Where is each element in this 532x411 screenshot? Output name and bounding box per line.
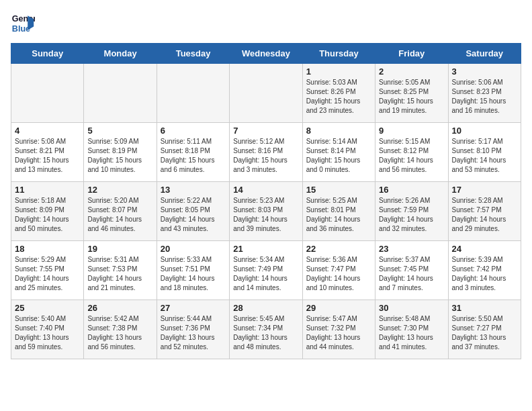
calendar-cell: 28Sunrise: 5:45 AM Sunset: 7:34 PM Dayli… [230,300,302,359]
week-row-1: 1Sunrise: 5:03 AM Sunset: 8:26 PM Daylig… [11,64,521,123]
calendar-cell: 13Sunrise: 5:22 AM Sunset: 8:05 PM Dayli… [157,182,229,241]
cell-content: Sunrise: 5:25 AM Sunset: 8:01 PM Dayligh… [306,196,371,234]
day-number: 12 [87,185,152,195]
cell-content: Sunrise: 5:18 AM Sunset: 8:09 PM Dayligh… [15,196,80,234]
day-number: 9 [379,126,444,136]
day-number: 24 [452,244,517,254]
cell-content: Sunrise: 5:20 AM Sunset: 8:07 PM Dayligh… [87,196,152,234]
calendar-cell: 1Sunrise: 5:03 AM Sunset: 8:26 PM Daylig… [302,64,375,123]
cell-content: Sunrise: 5:37 AM Sunset: 7:45 PM Dayligh… [379,255,444,293]
calendar-cell: 25Sunrise: 5:40 AM Sunset: 7:40 PM Dayli… [11,300,84,359]
cell-content: Sunrise: 5:15 AM Sunset: 8:12 PM Dayligh… [379,137,444,175]
day-number: 14 [233,185,298,195]
calendar-cell: 4Sunrise: 5:08 AM Sunset: 8:21 PM Daylig… [11,123,84,182]
day-number: 21 [233,244,298,254]
header-row: SundayMondayTuesdayWednesdayThursdayFrid… [11,44,521,64]
week-row-3: 11Sunrise: 5:18 AM Sunset: 8:09 PM Dayli… [11,182,521,241]
day-number: 3 [452,66,517,77]
day-number: 11 [15,185,80,195]
calendar-cell: 3Sunrise: 5:06 AM Sunset: 8:23 PM Daylig… [448,64,521,123]
cell-content: Sunrise: 5:17 AM Sunset: 8:10 PM Dayligh… [452,137,517,175]
cell-content: Sunrise: 5:08 AM Sunset: 8:21 PM Dayligh… [15,137,80,175]
calendar-cell: 24Sunrise: 5:39 AM Sunset: 7:42 PM Dayli… [448,241,521,300]
calendar-cell: 27Sunrise: 5:44 AM Sunset: 7:36 PM Dayli… [157,300,229,359]
calendar-cell: 20Sunrise: 5:33 AM Sunset: 7:51 PM Dayli… [157,241,229,300]
day-number: 18 [15,244,80,254]
cell-content: Sunrise: 5:22 AM Sunset: 8:05 PM Dayligh… [161,196,226,234]
cell-content: Sunrise: 5:29 AM Sunset: 7:55 PM Dayligh… [15,255,80,293]
week-row-4: 18Sunrise: 5:29 AM Sunset: 7:55 PM Dayli… [11,241,521,300]
calendar-cell: 16Sunrise: 5:26 AM Sunset: 7:59 PM Dayli… [375,182,448,241]
day-number: 8 [306,126,371,136]
cell-content: Sunrise: 5:23 AM Sunset: 8:03 PM Dayligh… [233,196,298,234]
cell-content: Sunrise: 5:45 AM Sunset: 7:34 PM Dayligh… [233,314,298,352]
calendar-cell: 15Sunrise: 5:25 AM Sunset: 8:01 PM Dayli… [302,182,375,241]
calendar-cell: 19Sunrise: 5:31 AM Sunset: 7:53 PM Dayli… [84,241,157,300]
cell-content: Sunrise: 5:34 AM Sunset: 7:49 PM Dayligh… [233,255,298,293]
cell-content: Sunrise: 5:14 AM Sunset: 8:14 PM Dayligh… [306,137,371,175]
calendar-cell: 2Sunrise: 5:05 AM Sunset: 8:25 PM Daylig… [375,64,448,123]
calendar-cell: 14Sunrise: 5:23 AM Sunset: 8:03 PM Dayli… [230,182,302,241]
day-number: 1 [306,66,371,77]
day-number: 31 [452,303,517,313]
cell-content: Sunrise: 5:44 AM Sunset: 7:36 PM Dayligh… [161,314,226,352]
day-number: 17 [452,185,517,195]
cell-content: Sunrise: 5:06 AM Sunset: 8:23 PM Dayligh… [452,78,517,116]
header-cell-thursday: Thursday [302,44,375,64]
day-number: 23 [379,244,444,254]
svg-text:Blue: Blue [12,24,30,34]
header-cell-monday: Monday [84,44,157,64]
calendar-cell: 31Sunrise: 5:50 AM Sunset: 7:27 PM Dayli… [448,300,521,359]
day-number: 2 [379,66,444,77]
cell-content: Sunrise: 5:26 AM Sunset: 7:59 PM Dayligh… [379,196,444,234]
calendar-cell: 10Sunrise: 5:17 AM Sunset: 8:10 PM Dayli… [448,123,521,182]
calendar-cell: 12Sunrise: 5:20 AM Sunset: 8:07 PM Dayli… [84,182,157,241]
day-number: 6 [161,126,226,136]
calendar-cell: 8Sunrise: 5:14 AM Sunset: 8:14 PM Daylig… [302,123,375,182]
calendar-table: SundayMondayTuesdayWednesdayThursdayFrid… [11,43,521,359]
cell-content: Sunrise: 5:39 AM Sunset: 7:42 PM Dayligh… [452,255,517,293]
header-cell-tuesday: Tuesday [157,44,229,64]
header-cell-sunday: Sunday [11,44,84,64]
calendar-cell [157,64,229,123]
day-number: 15 [306,185,371,195]
calendar-cell: 6Sunrise: 5:11 AM Sunset: 8:18 PM Daylig… [157,123,229,182]
cell-content: Sunrise: 5:36 AM Sunset: 7:47 PM Dayligh… [306,255,371,293]
cell-content: Sunrise: 5:40 AM Sunset: 7:40 PM Dayligh… [15,314,80,352]
calendar-cell: 30Sunrise: 5:48 AM Sunset: 7:30 PM Dayli… [375,300,448,359]
day-number: 5 [87,126,152,136]
day-number: 13 [161,185,226,195]
cell-content: Sunrise: 5:50 AM Sunset: 7:27 PM Dayligh… [452,314,517,352]
calendar-cell [230,64,302,123]
day-number: 4 [15,126,80,136]
cell-content: Sunrise: 5:42 AM Sunset: 7:38 PM Dayligh… [87,314,152,352]
logo: General Blue [11,11,35,35]
day-number: 10 [452,126,517,136]
calendar-cell: 9Sunrise: 5:15 AM Sunset: 8:12 PM Daylig… [375,123,448,182]
cell-content: Sunrise: 5:48 AM Sunset: 7:30 PM Dayligh… [379,314,444,352]
day-number: 30 [379,303,444,313]
cell-content: Sunrise: 5:05 AM Sunset: 8:25 PM Dayligh… [379,78,444,116]
calendar-cell: 29Sunrise: 5:47 AM Sunset: 7:32 PM Dayli… [302,300,375,359]
week-row-2: 4Sunrise: 5:08 AM Sunset: 8:21 PM Daylig… [11,123,521,182]
day-number: 16 [379,185,444,195]
cell-content: Sunrise: 5:31 AM Sunset: 7:53 PM Dayligh… [87,255,152,293]
calendar-cell: 22Sunrise: 5:36 AM Sunset: 7:47 PM Dayli… [302,241,375,300]
calendar-cell: 11Sunrise: 5:18 AM Sunset: 8:09 PM Dayli… [11,182,84,241]
day-number: 19 [87,244,152,254]
calendar-cell [11,64,84,123]
logo-icon: General Blue [11,11,35,35]
cell-content: Sunrise: 5:28 AM Sunset: 7:57 PM Dayligh… [452,196,517,234]
calendar-cell: 7Sunrise: 5:12 AM Sunset: 8:16 PM Daylig… [230,123,302,182]
day-number: 27 [161,303,226,313]
cell-content: Sunrise: 5:47 AM Sunset: 7:32 PM Dayligh… [306,314,371,352]
calendar-cell: 21Sunrise: 5:34 AM Sunset: 7:49 PM Dayli… [230,241,302,300]
day-number: 22 [306,244,371,254]
cell-content: Sunrise: 5:09 AM Sunset: 8:19 PM Dayligh… [87,137,152,175]
calendar-cell: 26Sunrise: 5:42 AM Sunset: 7:38 PM Dayli… [84,300,157,359]
calendar-cell: 18Sunrise: 5:29 AM Sunset: 7:55 PM Dayli… [11,241,84,300]
day-number: 20 [161,244,226,254]
page-header: General Blue [11,11,521,35]
header-cell-friday: Friday [375,44,448,64]
header-cell-saturday: Saturday [448,44,521,64]
